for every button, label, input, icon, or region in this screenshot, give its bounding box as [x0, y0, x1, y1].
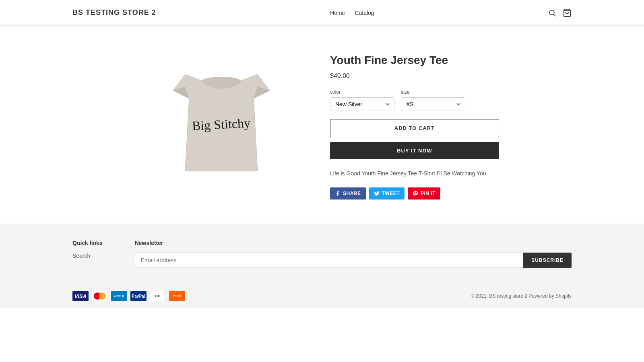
- main-nav: Home Catalog: [330, 10, 374, 16]
- amex-icon: AMEX: [111, 291, 127, 301]
- product-image: Big Stitchy: [145, 50, 298, 200]
- twitter-share-button[interactable]: TWEET: [369, 187, 405, 200]
- pinterest-share-label: PIN IT: [421, 191, 436, 196]
- header-actions: [548, 8, 572, 17]
- newsletter-section: Newsletter SUBSCRIBE: [135, 240, 572, 268]
- site-footer: Quick links Search Newsletter SUBSCRIBE …: [0, 224, 644, 308]
- payment-icons: VISA AMEX PayPal DC DISC: [72, 291, 185, 301]
- newsletter-form: SUBSCRIBE: [135, 253, 572, 268]
- diners-icon: DC: [150, 291, 166, 301]
- search-icon[interactable]: [548, 9, 556, 17]
- mastercard-icon: [92, 291, 108, 301]
- footer-top: Quick links Search Newsletter SUBSCRIBE: [72, 240, 572, 284]
- tshirt-svg: Big Stitchy: [161, 58, 282, 191]
- quick-links-section: Quick links Search: [72, 240, 103, 268]
- facebook-icon: [335, 191, 341, 196]
- twitter-icon: [374, 191, 380, 196]
- product-page: Big Stitchy Youth Fine Jersey Tee $49.00…: [0, 26, 644, 224]
- variant-selects: color New Silver Black White Navy size X…: [330, 89, 499, 111]
- store-logo[interactable]: BS TESTING STORE 2: [72, 8, 156, 17]
- pinterest-icon: [413, 191, 418, 196]
- newsletter-title: Newsletter: [135, 240, 572, 246]
- size-select-group: size XS S M L XL: [401, 89, 465, 111]
- footer-bottom: VISA AMEX PayPal DC DISC © 2021, BS test…: [72, 284, 572, 308]
- add-to-cart-button[interactable]: ADD TO CART: [330, 119, 499, 137]
- size-label: size: [401, 89, 465, 95]
- site-header: BS TESTING STORE 2 Home Catalog: [0, 0, 644, 26]
- footer-search-link[interactable]: Search: [72, 253, 103, 259]
- svg-text:Big Stitchy: Big Stitchy: [192, 115, 251, 133]
- pinterest-share-button[interactable]: PIN IT: [408, 187, 440, 200]
- color-select[interactable]: New Silver Black White Navy: [330, 97, 394, 111]
- color-label: color: [330, 89, 394, 95]
- nav-catalog[interactable]: Catalog: [355, 10, 374, 16]
- discover-icon: DISC: [169, 291, 185, 301]
- facebook-share-button[interactable]: SHARE: [330, 187, 366, 200]
- cart-icon[interactable]: [563, 8, 572, 17]
- product-price: $49.00: [330, 72, 499, 80]
- twitter-share-label: TWEET: [382, 191, 400, 196]
- subscribe-button[interactable]: SUBSCRIBE: [523, 253, 572, 268]
- svg-line-1: [554, 14, 556, 16]
- quick-links-title: Quick links: [72, 240, 103, 246]
- color-select-group: color New Silver Black White Navy: [330, 89, 394, 111]
- social-share: SHARE TWEET PIN IT: [330, 187, 499, 200]
- paypal-icon: PayPal: [130, 291, 147, 301]
- visa-icon: VISA: [72, 291, 89, 301]
- facebook-share-label: SHARE: [343, 191, 361, 196]
- email-input[interactable]: [135, 253, 524, 268]
- product-description: Life is Good Youth Fine Jersey Tee T-Shi…: [330, 169, 499, 178]
- product-title: Youth Fine Jersey Tee: [330, 54, 499, 67]
- svg-point-0: [549, 10, 554, 15]
- product-details: Youth Fine Jersey Tee $49.00 color New S…: [330, 50, 499, 200]
- buy-it-now-button[interactable]: BUY IT NOW: [330, 142, 499, 159]
- product-image-container: Big Stitchy: [145, 50, 298, 200]
- copyright: © 2021, BS testing store 2 Powered by Sh…: [471, 293, 572, 299]
- size-select[interactable]: XS S M L XL: [401, 97, 465, 111]
- nav-home[interactable]: Home: [330, 10, 345, 16]
